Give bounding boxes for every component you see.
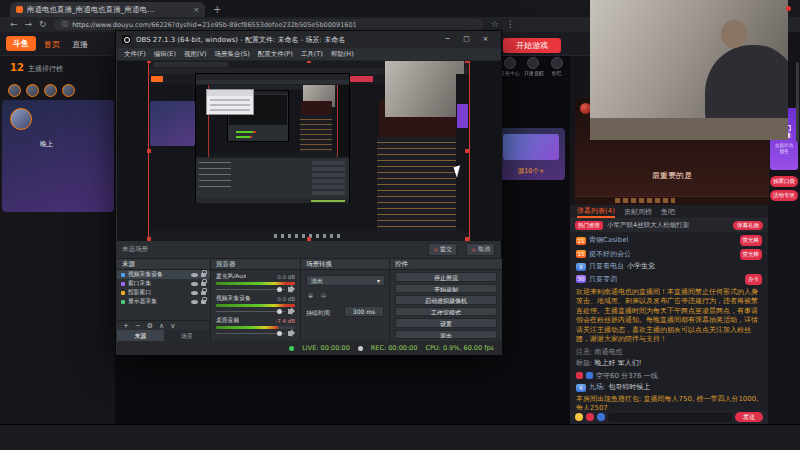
tab-close-icon[interactable]: × (193, 6, 199, 14)
chat-username[interactable]: 青铜Casibel (589, 236, 628, 245)
nav-item-home[interactable]: 首页 (44, 39, 60, 50)
douyu-logo[interactable]: 斗鱼 (6, 36, 36, 51)
close-button[interactable]: × (476, 31, 495, 48)
screen-capture-source[interactable] (149, 61, 469, 241)
activity-subtitle: 全新活动预告 (774, 143, 794, 154)
move-down-icon[interactable]: ∨ (170, 321, 175, 331)
back-icon[interactable]: ← (10, 17, 18, 32)
anchor-avatar[interactable] (8, 84, 21, 97)
activity-button-1[interactable]: 独家口袋 (770, 176, 798, 187)
volume-slider[interactable] (216, 333, 285, 334)
source-row[interactable]: 视频采集设备 (117, 270, 210, 279)
tab-scenes[interactable]: 场景 (164, 330, 211, 341)
eye-icon[interactable] (191, 273, 198, 277)
move-up-icon[interactable]: ∧ (159, 321, 164, 331)
menu-view[interactable]: 视图(V) (180, 50, 211, 59)
eye-icon[interactable] (191, 282, 198, 286)
lock-icon[interactable] (201, 282, 206, 286)
remove-transition-button[interactable]: − (319, 291, 328, 300)
refresh-icon[interactable]: ↻ (39, 17, 47, 32)
lock-icon[interactable] (201, 273, 206, 277)
menu-file[interactable]: 文件(F) (120, 50, 150, 59)
menu-tools[interactable]: 工具(T) (297, 50, 327, 59)
lock-icon[interactable] (201, 300, 206, 304)
badge-icon[interactable] (597, 413, 605, 421)
lock-icon[interactable] (201, 291, 206, 295)
site-info-icon[interactable]: ⓘ (62, 20, 69, 29)
speaker-icon[interactable] (288, 309, 291, 314)
volume-slider[interactable] (216, 311, 285, 312)
activity-button-2[interactable]: 活动专区 (770, 190, 798, 201)
volume-slider[interactable] (216, 289, 285, 290)
obs-preview-area[interactable] (117, 61, 502, 241)
menu-scene-collection[interactable]: 场景集合(S) (211, 50, 254, 59)
anchor-avatar[interactable] (62, 84, 75, 97)
add-transition-button[interactable]: + (306, 291, 315, 300)
quick-item-tasks[interactable]: 任务中心 (499, 57, 520, 77)
anchor-avatar[interactable] (44, 84, 57, 97)
source-row[interactable]: 投影窗口 (117, 288, 210, 297)
add-source-icon[interactable]: + (123, 321, 129, 331)
duration-spinner[interactable]: 300 ms (344, 306, 384, 317)
url-field[interactable]: ⓘ https://www.douyu.com/66226?dyshid=21e… (54, 19, 484, 30)
selection-handle[interactable] (465, 149, 469, 153)
eye-icon[interactable] (191, 300, 198, 304)
promo-card[interactable]: 源10个+ (497, 128, 565, 180)
quick-item-yuba[interactable]: 鱼吧 (546, 57, 567, 77)
chat-username[interactable]: 挺不好的会公 (589, 250, 631, 259)
new-tab-button[interactable]: + (213, 2, 221, 17)
settings-button[interactable]: 设置 (395, 318, 497, 328)
chat-username[interactable]: 只要零勿 (589, 275, 617, 284)
virtual-camera-button[interactable]: 启动虚拟摄像机 (395, 295, 497, 305)
remove-source-icon[interactable]: − (135, 321, 141, 331)
quick-item-remind[interactable]: 开播提醒 (523, 57, 544, 77)
nav-item-live[interactable]: 直播 (72, 39, 88, 50)
selection-handle[interactable] (307, 61, 311, 63)
selection-handle[interactable] (147, 61, 151, 63)
studio-mode-button[interactable]: 工作室模式 (395, 307, 497, 317)
tab-contribution[interactable]: 贡献周榜 (624, 207, 652, 217)
camera-overlay-window[interactable] (590, 0, 788, 140)
audio-meter (216, 326, 295, 329)
start-recording-button[interactable]: 开始录制 (395, 284, 497, 294)
stop-streaming-button[interactable]: 停止推流 (395, 272, 497, 282)
forward-icon[interactable]: → (25, 17, 33, 32)
commit-button[interactable]: ×提交 (428, 243, 457, 256)
maximize-button[interactable]: □ (457, 31, 476, 48)
speaker-icon[interactable] (288, 287, 291, 292)
danmu-gift-button[interactable]: 弹幕礼物 (733, 221, 763, 230)
stream-card[interactable]: 晚上 (2, 100, 114, 212)
room-announcement: 欢迎来到南通电也的直播间！本直播间禁止任何形式的人身攻击、地域黑、刷屏以及发布广… (576, 288, 762, 345)
desk (590, 118, 788, 140)
emoji-icon[interactable] (575, 413, 583, 421)
selection-handle[interactable] (147, 149, 151, 153)
page-scrollbar[interactable] (796, 62, 799, 142)
source-properties-icon[interactable]: ⚙ (147, 321, 153, 331)
chat-username[interactable]: 九场: (589, 383, 605, 392)
browser-tab[interactable]: 南通电也直播_南通电也直播_南通电... × (10, 2, 205, 17)
anchor-avatar[interactable] (26, 84, 39, 97)
tab-yuba[interactable]: 鱼吧 (661, 207, 675, 217)
selection-handle[interactable] (465, 61, 469, 63)
speaker-icon[interactable] (288, 331, 291, 336)
tab-danmu-list[interactable]: 弹幕列表(4) (577, 206, 615, 218)
send-button[interactable]: 发送 (735, 412, 763, 422)
chat-input-field[interactable] (608, 413, 732, 422)
start-game-button[interactable]: 开始游戏 (503, 38, 561, 53)
obs-window[interactable]: OBS 27.1.3 (64-bit, windows) - 配置文件: 未命名… (115, 30, 502, 355)
browser-menu-icon[interactable]: ⋮ (506, 17, 515, 32)
tab-sources[interactable]: 来源 (117, 330, 164, 341)
menu-edit[interactable]: 编辑(E) (150, 50, 180, 59)
minimize-button[interactable]: ─ (438, 31, 457, 48)
obs-title-bar[interactable]: OBS 27.1.3 (64-bit, windows) - 配置文件: 未命名… (116, 31, 501, 48)
transition-select[interactable]: 淡出 ▾ (306, 275, 385, 286)
cancel-button[interactable]: ×取消 (466, 243, 495, 256)
source-row[interactable]: 显示器采集 (117, 297, 210, 306)
menu-profile[interactable]: 配置文件(P) (254, 50, 297, 59)
eye-icon[interactable] (191, 291, 198, 295)
source-row[interactable]: 窗口采集 (117, 279, 210, 288)
exit-button[interactable]: 退出 (395, 330, 497, 340)
chat-username[interactable]: 只要看电台 (589, 262, 624, 271)
menu-help[interactable]: 帮助(H) (327, 50, 358, 59)
gift-icon[interactable] (586, 413, 594, 421)
